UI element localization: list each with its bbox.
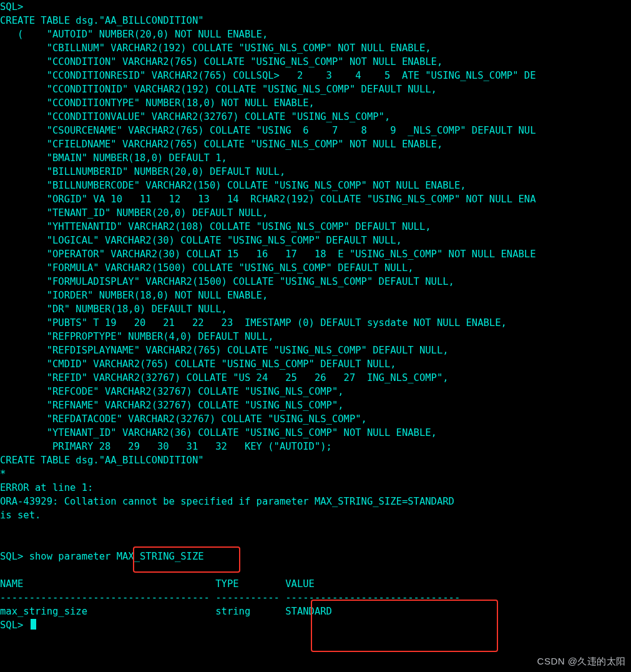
terminal-output: SQL> CREATE TABLE dsg."AA_BILLCONDITION"… — [0, 0, 631, 632]
watermark: CSDN @久违的太阳 — [537, 655, 626, 668]
cursor — [31, 619, 36, 630]
